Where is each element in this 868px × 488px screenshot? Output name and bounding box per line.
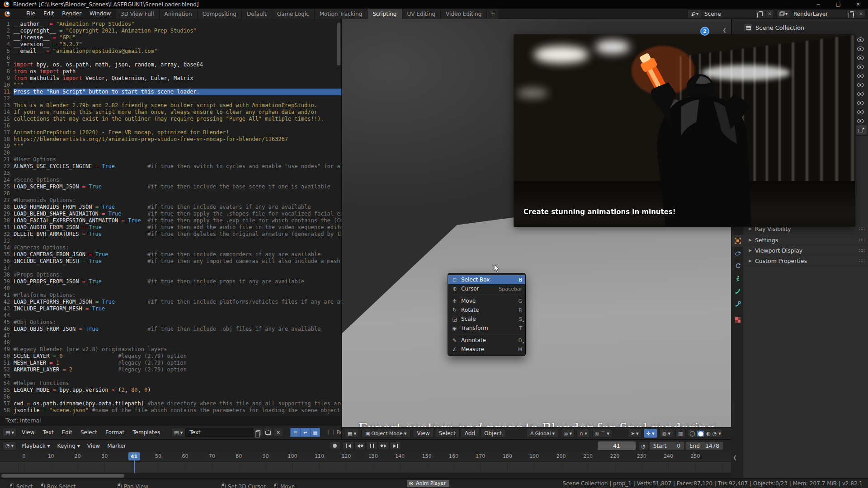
- tab-scripting[interactable]: Scripting: [368, 9, 402, 19]
- jump-to-start-button[interactable]: [343, 441, 354, 450]
- register-checkbox[interactable]: [328, 430, 334, 435]
- playhead[interactable]: [134, 460, 135, 473]
- tab-object-properties[interactable]: [732, 235, 743, 247]
- scene-selector[interactable]: ▾ Scene ✕: [688, 9, 774, 18]
- jump-to-end-button[interactable]: [390, 441, 401, 450]
- editor-menu-format[interactable]: Format: [101, 428, 128, 437]
- context-item-rotate[interactable]: ↻RotateR: [448, 305, 525, 314]
- orientation-dropdown[interactable]: ∆Global▾: [526, 429, 559, 438]
- gizmo-toggle[interactable]: ✛ ▾: [644, 429, 657, 438]
- expand-chevron-icon[interactable]: ❮: [733, 455, 737, 460]
- context-item-measure[interactable]: ∠MeasureM: [448, 345, 525, 354]
- notification-badge[interactable]: 2: [700, 27, 709, 36]
- maximize-button[interactable]: □: [828, 0, 848, 9]
- editor-menu-view[interactable]: View: [18, 428, 38, 437]
- code-line[interactable]: 10""": [0, 82, 342, 89]
- code-line[interactable]: 18https://blenderartists.org/t/animation…: [0, 136, 342, 143]
- code-line[interactable]: 45#Obj Options:: [0, 319, 342, 326]
- new-text-button[interactable]: [253, 428, 263, 437]
- visibility-eye-icon[interactable]: [857, 101, 864, 105]
- overlays-dropdown[interactable]: ◍▾: [660, 429, 673, 438]
- proportional-edit-toggle[interactable]: ◎⌒▾: [592, 429, 612, 438]
- code-line[interactable]: 42LOAD_PLATFORMS_FROM_JSON = True #if tr…: [0, 299, 342, 305]
- code-line[interactable]: 31LOAD_AUDIO_FROM_JSON = True #if true t…: [0, 224, 342, 231]
- shading-modes[interactable]: ◯⬤◐◔▾: [688, 429, 722, 438]
- code-line[interactable]: 16: [0, 122, 342, 129]
- tab-bone-constraints[interactable]: [732, 298, 743, 310]
- timeline-scrollbar-thumb[interactable]: [1, 474, 124, 478]
- panel-drag-dots[interactable]: ∷∷: [859, 258, 864, 264]
- code-line[interactable]: 48: [0, 339, 342, 346]
- syntax-highlight-toggle[interactable]: ▤: [310, 428, 320, 437]
- code-area[interactable]: 1__author__ = "Animation Prep Studios"2_…: [0, 21, 342, 414]
- context-item-scale[interactable]: ◲ScaleS: [448, 314, 525, 324]
- timeline-menu-playback[interactable]: Playback ▾: [18, 441, 53, 450]
- code-line[interactable]: 20: [0, 150, 342, 156]
- code-line[interactable]: 21#User Options: [0, 156, 342, 163]
- shading-rendered-icon[interactable]: ◔: [712, 431, 717, 436]
- code-line[interactable]: 37: [0, 265, 342, 272]
- viewport-menu-add[interactable]: Add: [461, 429, 479, 438]
- record-button[interactable]: [329, 441, 340, 450]
- editor-scrollbar[interactable]: [337, 23, 340, 66]
- code-line[interactable]: 53: [0, 373, 342, 380]
- auto-keying-icon[interactable]: ◔: [638, 441, 648, 450]
- code-line[interactable]: 13This is a Blender 2.79b and 2.82 frien…: [0, 102, 342, 109]
- context-item-annotate[interactable]: ✎AnnotateD: [448, 336, 525, 345]
- code-line[interactable]: 14If your are running this script more t…: [0, 109, 342, 116]
- word-wrap-toggle[interactable]: ↩: [300, 428, 310, 437]
- timeline-ruler[interactable]: 0102030506070809010011012013014015016017…: [0, 451, 731, 462]
- collapse-chevron-icon[interactable]: ❮: [722, 27, 726, 33]
- text-editor[interactable]: 1__author__ = "Animation Prep Studios"2_…: [0, 19, 342, 416]
- context-item-cursor[interactable]: ⊕CursorSpacebar: [448, 284, 525, 293]
- pause-button[interactable]: [366, 441, 377, 450]
- visibility-eye-icon[interactable]: [857, 83, 864, 87]
- code-line[interactable]: 27#Humanoids Options:: [0, 197, 342, 204]
- code-line[interactable]: 46LOAD_OBJS_FROM_JSON = True #if true th…: [0, 326, 342, 333]
- code-line[interactable]: 28LOAD_HUMANOIDS_FROM_JSON = True #if tr…: [0, 204, 342, 211]
- timeline-menu-keying[interactable]: Keying ▾: [54, 441, 84, 450]
- code-line[interactable]: 40: [0, 285, 342, 292]
- remove-view-layer-button[interactable]: ✕: [857, 10, 865, 18]
- panel-settings[interactable]: ▶Settings∷∷: [743, 235, 868, 245]
- code-line[interactable]: 17AnimationPrepStudio (2020) - Free VR m…: [0, 129, 342, 136]
- current-frame-field[interactable]: 41: [598, 441, 636, 450]
- code-line[interactable]: 4__version__ = "3.2.7": [0, 41, 342, 48]
- code-line[interactable]: 34#Cameras Options:: [0, 244, 342, 251]
- shading-wireframe-icon[interactable]: ◯: [689, 431, 695, 436]
- mode-dropdown[interactable]: ▣Object Mode▾: [361, 429, 410, 438]
- timeline-menu-marker[interactable]: Marker: [104, 441, 129, 450]
- frame-start-field[interactable]: Start0: [649, 441, 684, 450]
- shading-solid-icon[interactable]: ⬤: [697, 431, 704, 436]
- viewport-menu-object[interactable]: Object: [480, 429, 506, 438]
- timeline-menu-view[interactable]: View: [84, 441, 104, 450]
- code-line[interactable]: 12: [0, 95, 342, 102]
- xray-toggle[interactable]: ▥: [675, 429, 685, 438]
- panel-drag-dots[interactable]: ∷∷: [859, 226, 864, 232]
- blender-menu-icon[interactable]: [5, 11, 10, 17]
- visibility-eye-icon[interactable]: [857, 92, 864, 96]
- text-browse-button[interactable]: ▤▾: [171, 428, 185, 437]
- editor-menu-text[interactable]: Text: [38, 428, 57, 437]
- tab-uv-editing[interactable]: UV Editing: [402, 9, 441, 19]
- code-line[interactable]: 35LOAD_CAMERAS_FROM_JSON = True #if true…: [0, 251, 342, 258]
- code-line[interactable]: 49#Legacy Blender (pre v2.8) originazati…: [0, 346, 342, 353]
- code-line[interactable]: 22ALWAYS_USE_CYCLES_ENGINE = True #if tr…: [0, 163, 342, 170]
- tab-armature-data[interactable]: [732, 273, 743, 285]
- code-line[interactable]: 9from mathutils import Vector, Quaternio…: [0, 75, 342, 82]
- panel-drag-dots[interactable]: ∷∷: [859, 237, 864, 243]
- current-frame-indicator[interactable]: 41: [128, 452, 140, 460]
- tab-bone[interactable]: [732, 286, 743, 297]
- tab-physics[interactable]: [732, 248, 743, 259]
- code-line[interactable]: 33: [0, 238, 342, 244]
- code-line[interactable]: 55LEGACY_MODE = bpy.app.version < (2, 80…: [0, 387, 342, 394]
- view-layer-selector[interactable]: ▾ RenderLayer ✕: [777, 9, 865, 18]
- next-keyframe-button[interactable]: [378, 441, 389, 450]
- snap-toggle[interactable]: ∩▾: [577, 429, 590, 438]
- tab-animation[interactable]: Animation: [160, 9, 198, 19]
- code-line[interactable]: 43INCLUDE_PLATFORM_MESH = True: [0, 305, 342, 312]
- new-collection-button[interactable]: [856, 125, 867, 135]
- code-line[interactable]: 30LOAD_FACIAL_EXPRESSION_ANIMAITON = Tru…: [0, 217, 342, 224]
- code-line[interactable]: 19""": [0, 143, 342, 150]
- viewport-menu-select[interactable]: Select: [435, 429, 460, 438]
